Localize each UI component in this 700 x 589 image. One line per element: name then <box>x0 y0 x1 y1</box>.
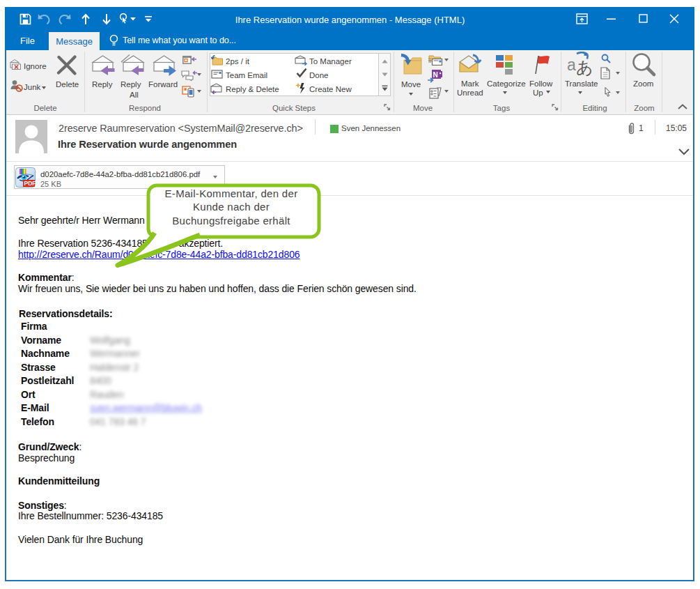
svg-text:N: N <box>433 71 438 79</box>
svg-text:PDF: PDF <box>24 180 36 187</box>
svg-text:あ: あ <box>576 58 593 77</box>
svg-text:a: a <box>567 56 576 74</box>
